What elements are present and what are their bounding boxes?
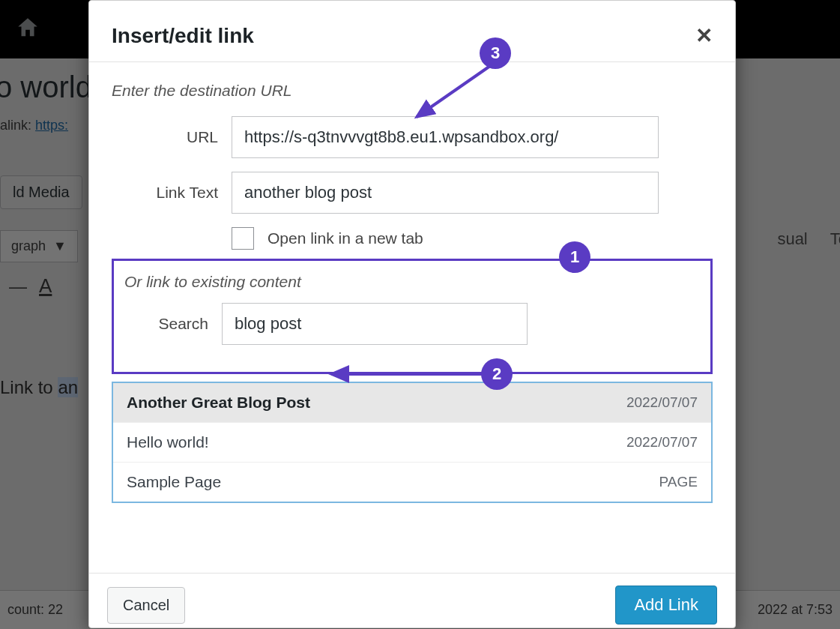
result-title: Hello world! — [127, 433, 209, 451]
result-meta: PAGE — [659, 474, 698, 490]
result-item[interactable]: Hello world! 2022/07/07 — [113, 423, 711, 463]
link-text-input[interactable] — [232, 172, 659, 214]
modal-body: Enter the destination URL URL Link Text … — [89, 62, 735, 573]
new-tab-checkbox[interactable] — [232, 227, 254, 250]
existing-content-block: Or link to existing content Search — [112, 259, 713, 374]
annotation-badge-2: 2 — [481, 358, 513, 390]
result-title: Sample Page — [127, 473, 221, 491]
modal-header: Insert/edit link ✕ — [89, 1, 735, 62]
annotation-arrow-2 — [322, 364, 492, 387]
annotation-arrow-3 — [408, 60, 505, 126]
url-label: URL — [112, 128, 232, 146]
annotation-badge-3: 3 — [480, 37, 511, 69]
search-results: Another Great Blog Post 2022/07/07 Hello… — [112, 382, 713, 503]
search-label: Search — [124, 315, 222, 333]
annotation-badge-1: 1 — [559, 241, 590, 273]
link-text-label: Link Text — [112, 184, 232, 202]
result-meta: 2022/07/07 — [626, 394, 698, 411]
cancel-button[interactable]: Cancel — [107, 587, 185, 624]
result-meta: 2022/07/07 — [626, 434, 698, 451]
new-tab-label: Open link in a new tab — [268, 229, 423, 247]
svg-line-0 — [417, 66, 490, 117]
link-text-row: Link Text — [112, 172, 713, 214]
modal-footer: Cancel Add Link — [89, 573, 735, 628]
result-title: Another Great Blog Post — [127, 394, 310, 412]
result-item[interactable]: Another Great Blog Post 2022/07/07 — [113, 383, 711, 423]
add-link-button[interactable]: Add Link — [615, 586, 717, 625]
search-input[interactable] — [222, 303, 528, 345]
search-row: Search — [124, 303, 700, 345]
existing-hint: Or link to existing content — [124, 273, 700, 291]
modal-title: Insert/edit link — [112, 24, 254, 48]
close-icon[interactable]: ✕ — [695, 23, 713, 48]
result-item[interactable]: Sample Page PAGE — [113, 463, 711, 502]
new-tab-row: Open link in a new tab — [232, 227, 713, 250]
